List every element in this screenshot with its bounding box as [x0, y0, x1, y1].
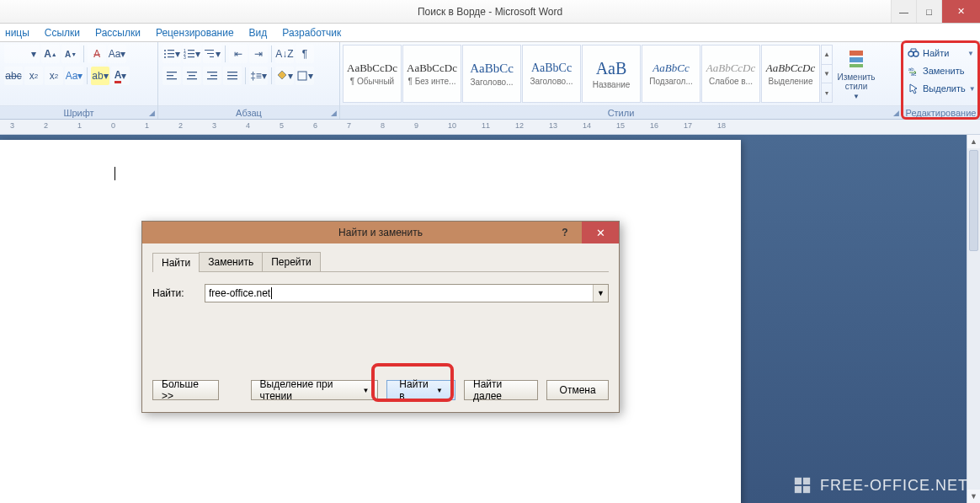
svg-rect-12	[205, 50, 214, 51]
styles-gallery-more[interactable]: ▲▼▾	[821, 45, 833, 103]
dialog-tab-find[interactable]: Найти	[152, 253, 200, 272]
superscript-icon[interactable]: x2	[45, 67, 63, 85]
style-heading1[interactable]: AaBbCcЗаголово...	[462, 45, 521, 103]
svg-point-4	[164, 56, 166, 58]
replace-button[interactable]: abac Заменить	[906, 62, 976, 79]
show-marks-icon[interactable]: ¶	[296, 45, 314, 63]
minimize-button[interactable]: —	[891, 0, 916, 23]
find-in-button[interactable]: Найти в▼	[386, 380, 455, 400]
svg-text:3: 3	[184, 55, 186, 60]
align-right-icon[interactable]	[203, 67, 221, 85]
tab-view[interactable]: Вид	[249, 27, 268, 41]
font-color-icon[interactable]: A▾	[111, 67, 130, 85]
align-center-icon[interactable]	[183, 67, 201, 85]
grow-font-icon[interactable]: A▲	[41, 45, 60, 63]
multilevel-icon[interactable]: ▾	[203, 45, 221, 63]
svg-text:ac: ac	[911, 72, 916, 77]
highlight-icon[interactable]: ab▾	[91, 67, 109, 85]
numbering-icon[interactable]: 123▾	[183, 45, 201, 63]
svg-rect-26	[227, 78, 237, 79]
tab-review[interactable]: Рецензирование	[156, 27, 234, 41]
svg-rect-27	[298, 72, 306, 80]
font-size-combo[interactable]: ▾	[4, 45, 40, 63]
svg-rect-35	[803, 486, 810, 493]
change-case-icon[interactable]: Aa▾	[108, 45, 126, 63]
svg-rect-7	[188, 50, 194, 51]
style-normal[interactable]: AaBbCcDc¶ Обычный	[343, 45, 402, 103]
style-subtle-emphasis[interactable]: AaBbCcDcСлабое в...	[701, 45, 760, 103]
group-font-label: Шрифт	[63, 108, 93, 118]
dialog-help-button[interactable]: ?	[553, 227, 577, 238]
cancel-button[interactable]: Отмена	[546, 380, 609, 400]
style-no-spacing[interactable]: AaBbCcDc¶ Без инте...	[402, 45, 461, 103]
dialog-tabs: Найти Заменить Перейти	[152, 252, 609, 272]
decrease-indent-icon[interactable]: ⇤	[229, 45, 248, 63]
dialog-tab-replace[interactable]: Заменить	[199, 252, 263, 271]
document-page[interactable]: Найти и заменить ? ✕ Найти Заменить Пере…	[0, 140, 741, 503]
group-editing: Найти▼ abac Заменить Выделить▼ Редактиро…	[903, 42, 980, 119]
svg-rect-15	[167, 72, 177, 72]
dialog-titlebar[interactable]: Найти и заменить ? ✕	[142, 222, 619, 243]
svg-rect-32	[795, 478, 802, 484]
find-history-dropdown-icon[interactable]: ▼	[593, 285, 608, 302]
styles-dialog-launcher-icon[interactable]: ◢	[893, 109, 899, 117]
style-emphasis[interactable]: AaBbCcDcВыделение	[761, 45, 820, 103]
svg-rect-17	[167, 78, 177, 79]
more-button[interactable]: Больше >>	[152, 380, 219, 400]
clear-format-icon[interactable]: A̶	[88, 45, 106, 63]
strikethrough-icon[interactable]: abc	[4, 67, 23, 85]
find-input[interactable]: free-office.net ▼	[205, 284, 609, 302]
watermark: FREE-OFFICE.NET	[793, 476, 968, 495]
svg-rect-22	[210, 75, 217, 76]
tab-mailings[interactable]: Рассылки	[95, 27, 141, 41]
tab-pages[interactable]: ницы	[5, 27, 29, 41]
dialog-close-button[interactable]: ✕	[582, 222, 619, 243]
scroll-up-icon[interactable]: ▲	[967, 135, 980, 148]
svg-rect-5	[168, 56, 174, 57]
svg-rect-24	[227, 72, 237, 72]
scroll-thumb[interactable]	[969, 150, 978, 251]
align-left-icon[interactable]	[162, 67, 181, 85]
borders-icon[interactable]: ▾	[296, 67, 314, 85]
find-button[interactable]: Найти▼	[906, 45, 976, 62]
text-effects-icon[interactable]: Aa▾	[65, 67, 83, 85]
shrink-font-icon[interactable]: A▼	[61, 45, 80, 63]
maximize-button[interactable]: □	[916, 0, 941, 23]
tab-references[interactable]: Ссылки	[45, 27, 80, 41]
style-title[interactable]: AaBНазвание	[582, 45, 641, 103]
svg-rect-11	[188, 56, 194, 57]
font-dialog-launcher-icon[interactable]: ◢	[149, 109, 155, 117]
svg-rect-14	[210, 56, 214, 57]
increase-indent-icon[interactable]: ⇥	[249, 45, 268, 63]
horizontal-ruler[interactable]: 3210123456789101112131415161718	[0, 120, 980, 135]
para-dialog-launcher-icon[interactable]: ◢	[331, 109, 337, 117]
ribbon-tabs: ницы Ссылки Рассылки Рецензирование Вид …	[0, 24, 980, 42]
svg-rect-21	[207, 72, 217, 72]
change-styles-button[interactable]: Изменить стили ▼	[834, 45, 879, 103]
subscript-icon[interactable]: x2	[24, 67, 43, 85]
line-spacing-icon[interactable]: ‡≡▾	[249, 67, 268, 85]
sort-icon[interactable]: A↓Z	[275, 45, 294, 63]
svg-rect-16	[167, 75, 173, 76]
justify-icon[interactable]	[223, 67, 242, 85]
select-button[interactable]: Выделить▼	[906, 80, 976, 97]
style-subtitle[interactable]: AaBbCcПодзагол...	[642, 45, 700, 103]
shading-icon[interactable]: ▾	[275, 67, 294, 85]
svg-point-0	[164, 50, 166, 51]
tab-developer[interactable]: Разработчик	[282, 27, 341, 41]
group-styles: AaBbCcDc¶ Обычный AaBbCcDc¶ Без инте... …	[340, 42, 903, 119]
svg-rect-20	[187, 78, 197, 79]
find-next-button[interactable]: Найти далее	[464, 380, 538, 400]
scroll-down-icon[interactable]: ▼	[967, 490, 980, 503]
close-button[interactable]: ✕	[941, 0, 980, 23]
dialog-title: Найти и заменить	[338, 227, 423, 238]
find-label: Найти:	[152, 287, 194, 299]
bullets-icon[interactable]: ▾	[162, 45, 181, 63]
group-paragraph: ▾ 123▾ ▾ ⇤ ⇥ A↓Z ¶ ‡≡▾ ▾ ▾	[158, 42, 340, 119]
vertical-scrollbar[interactable]: ▲ ▼	[967, 135, 980, 503]
reading-highlight-button[interactable]: Выделение при чтении▼	[251, 380, 379, 400]
dialog-tab-goto[interactable]: Перейти	[262, 252, 321, 271]
group-font: ▾ A▲ A▼ A̶ Aa▾ abc x2 x2 Aa▾ ab▾ A▾ Шриф…	[0, 42, 158, 119]
svg-rect-23	[207, 78, 217, 79]
style-heading2[interactable]: AaBbCcЗаголово...	[522, 45, 581, 103]
